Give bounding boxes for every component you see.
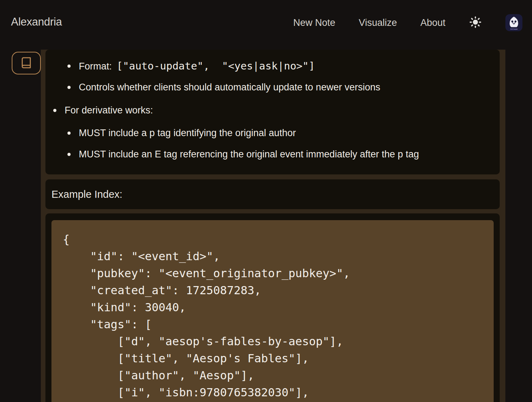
spec-list-card: Format: ["auto-update", "<yes|ask|no>"]C… (45, 50, 500, 174)
book-icon (20, 57, 32, 70)
app-header: Alexandria New Note Visualize About (0, 0, 532, 50)
bullet-icon (53, 109, 56, 112)
bullet-icon (67, 132, 71, 135)
app-title[interactable]: Alexandria (11, 16, 62, 28)
inline-code: ["auto-update", "<yes|ask|no>"] (117, 60, 315, 72)
list-item-text: For derivative works: (65, 105, 153, 116)
bullet-icon (67, 65, 71, 68)
bullet-icon (67, 86, 71, 89)
list-item: For derivative works: (45, 103, 500, 117)
list-item-text: MUST include an E tag referencing the or… (79, 149, 419, 160)
content-panel: Format: ["auto-update", "<yes|ask|no>"]C… (41, 50, 505, 402)
example-index-label: Example Index: (51, 189, 122, 200)
list-item: Controls whether clients should automati… (45, 80, 500, 94)
list-item-text: Controls whether clients should automati… (79, 82, 380, 93)
theme-toggle-button[interactable] (469, 16, 482, 30)
example-index-card: Example Index: (45, 179, 500, 209)
gitcitadel-logo[interactable]: GitCitadel (505, 14, 522, 31)
list-item-text: MUST include a p tag identifying the ori… (79, 128, 296, 139)
nav-new-note[interactable]: New Note (293, 17, 335, 28)
nav-visualize[interactable]: Visualize (359, 17, 397, 28)
top-nav: New Note Visualize About (293, 13, 522, 33)
toc-toggle-button[interactable] (12, 52, 41, 74)
list-item: Format: ["auto-update", "<yes|ask|no>"] (45, 59, 500, 73)
list-item: MUST include a p tag identifying the ori… (45, 126, 500, 140)
json-code-container: { "id": "<event_id>", "pubkey": "<event_… (51, 220, 494, 402)
list-item: MUST include an E tag referencing the or… (45, 147, 500, 161)
nav-about[interactable]: About (420, 17, 445, 28)
doc-list: Format: ["auto-update", "<yes|ask|no>"]C… (45, 50, 500, 161)
code-card: { "id": "<event_id>", "pubkey": "<event_… (45, 213, 500, 402)
sun-icon (469, 16, 482, 30)
code-block: { "id": "<event_id>", "pubkey": "<event_… (63, 231, 482, 401)
list-item-text: Format: ["auto-update", "<yes|ask|no>"] (79, 60, 315, 72)
bullet-icon (67, 153, 71, 156)
logo-caption: GitCitadel (510, 28, 517, 30)
